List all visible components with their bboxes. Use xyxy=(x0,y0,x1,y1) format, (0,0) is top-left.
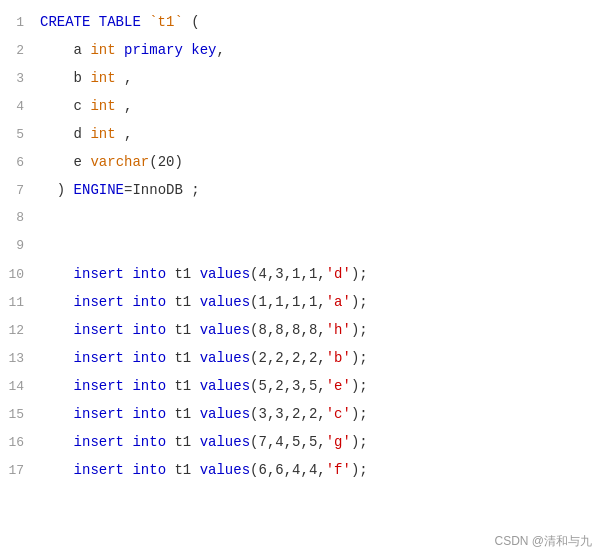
line-number: 13 xyxy=(0,347,40,370)
line-content: b int , xyxy=(40,66,132,91)
code-line: 12 insert into t1 values(8,8,8,8,'h'); xyxy=(0,318,604,346)
line-number: 14 xyxy=(0,375,40,398)
line-number: 6 xyxy=(0,151,40,174)
code-line: 5 d int , xyxy=(0,122,604,150)
line-content: a int primary key, xyxy=(40,38,225,63)
line-number: 8 xyxy=(0,206,40,229)
line-number: 11 xyxy=(0,291,40,314)
line-number: 7 xyxy=(0,179,40,202)
line-number: 10 xyxy=(0,263,40,286)
line-number: 1 xyxy=(0,11,40,34)
line-content: CREATE TABLE `t1` ( xyxy=(40,10,200,35)
line-number: 12 xyxy=(0,319,40,342)
code-line: 17 insert into t1 values(6,6,4,4,'f'); xyxy=(0,458,604,486)
line-content: insert into t1 values(8,8,8,8,'h'); xyxy=(40,318,368,343)
code-line: 16 insert into t1 values(7,4,5,5,'g'); xyxy=(0,430,604,458)
code-line: 1CREATE TABLE `t1` ( xyxy=(0,10,604,38)
footer-text: CSDN @清和与九 xyxy=(494,533,592,550)
code-editor: 1CREATE TABLE `t1` (2 a int primary key,… xyxy=(0,0,604,520)
line-number: 3 xyxy=(0,67,40,90)
line-content: insert into t1 values(7,4,5,5,'g'); xyxy=(40,430,368,455)
code-line: 10 insert into t1 values(4,3,1,1,'d'); xyxy=(0,262,604,290)
code-line: 4 c int , xyxy=(0,94,604,122)
line-content: insert into t1 values(1,1,1,1,'a'); xyxy=(40,290,368,315)
line-content: insert into t1 values(6,6,4,4,'f'); xyxy=(40,458,368,483)
line-content: insert into t1 values(3,3,2,2,'c'); xyxy=(40,402,368,427)
line-content: c int , xyxy=(40,94,132,119)
code-line: 9 xyxy=(0,234,604,262)
line-content: insert into t1 values(4,3,1,1,'d'); xyxy=(40,262,368,287)
line-number: 16 xyxy=(0,431,40,454)
line-content: ) ENGINE=InnoDB ; xyxy=(40,178,200,203)
line-content: e varchar(20) xyxy=(40,150,183,175)
line-number: 2 xyxy=(0,39,40,62)
code-line: 11 insert into t1 values(1,1,1,1,'a'); xyxy=(0,290,604,318)
line-number: 5 xyxy=(0,123,40,146)
code-line: 8 xyxy=(0,206,604,234)
code-line: 3 b int , xyxy=(0,66,604,94)
line-number: 9 xyxy=(0,234,40,257)
line-number: 4 xyxy=(0,95,40,118)
line-number: 17 xyxy=(0,459,40,482)
line-number: 15 xyxy=(0,403,40,426)
code-line: 13 insert into t1 values(2,2,2,2,'b'); xyxy=(0,346,604,374)
line-content: insert into t1 values(2,2,2,2,'b'); xyxy=(40,346,368,371)
code-line: 2 a int primary key, xyxy=(0,38,604,66)
code-line: 14 insert into t1 values(5,2,3,5,'e'); xyxy=(0,374,604,402)
code-line: 6 e varchar(20) xyxy=(0,150,604,178)
code-line: 7 ) ENGINE=InnoDB ; xyxy=(0,178,604,206)
line-content: insert into t1 values(5,2,3,5,'e'); xyxy=(40,374,368,399)
line-content: d int , xyxy=(40,122,132,147)
code-line: 15 insert into t1 values(3,3,2,2,'c'); xyxy=(0,402,604,430)
